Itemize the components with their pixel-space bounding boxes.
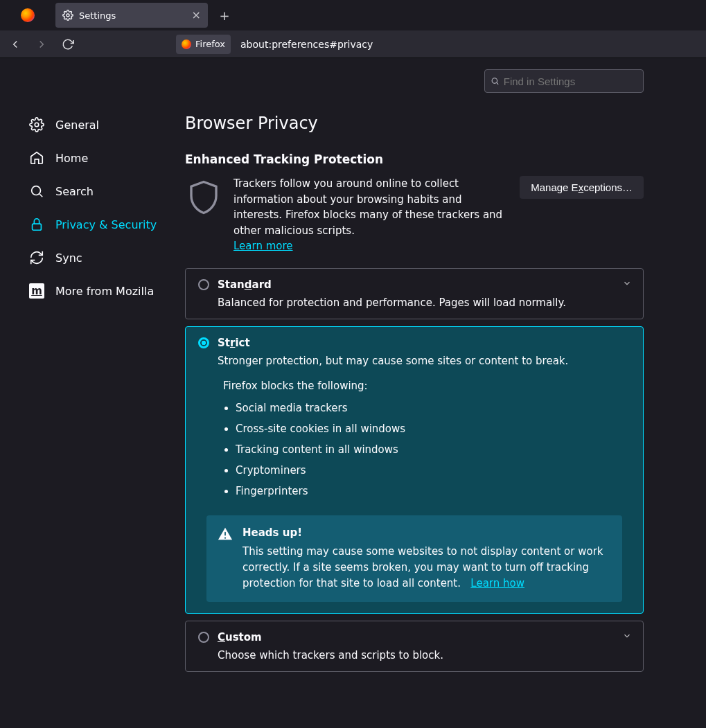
chevron-down-icon[interactable]: [622, 631, 632, 641]
sidebar: General Home Search Privacy & Security S…: [0, 58, 170, 728]
mozilla-icon: m: [29, 283, 44, 299]
radio-standard[interactable]: [198, 279, 209, 290]
option-title: Strict: [218, 337, 250, 349]
svg-point-0: [67, 14, 69, 17]
radio-custom[interactable]: [198, 632, 209, 643]
blocks-item: Fingerprinters: [236, 481, 630, 501]
sidebar-item-general[interactable]: General: [29, 108, 170, 141]
chevron-down-icon[interactable]: [622, 278, 632, 288]
shield-icon: [185, 179, 222, 216]
identity-badge[interactable]: Firefox: [176, 35, 231, 54]
sidebar-item-sync[interactable]: Sync: [29, 241, 170, 274]
tab-bar: Settings × +: [0, 0, 706, 30]
svg-rect-4: [33, 224, 42, 230]
svg-point-2: [35, 123, 39, 127]
manage-exceptions-button[interactable]: Manage Exceptions…: [520, 176, 644, 199]
option-desc: Balanced for protection and performance.…: [218, 296, 630, 309]
option-desc: Choose which trackers and scripts to blo…: [218, 649, 630, 662]
blocks-item: Social media trackers: [236, 398, 630, 418]
identity-label: Firefox: [195, 39, 225, 49]
sidebar-label: General: [55, 118, 99, 132]
sidebar-item-more-from-mozilla[interactable]: m More from Mozilla: [29, 274, 170, 308]
warning-icon: [218, 526, 233, 542]
blocks-item: Tracking content in all windows: [236, 439, 630, 460]
new-tab-button[interactable]: +: [213, 4, 236, 26]
learn-more-link[interactable]: Learn more: [233, 240, 293, 252]
blocks-list: Social media trackers Cross-site cookies…: [236, 398, 630, 501]
url-bar[interactable]: Firefox about:preferences#privacy: [176, 34, 373, 55]
etp-option-standard[interactable]: Standard Balanced for protection and per…: [185, 268, 644, 319]
lock-icon: [29, 217, 44, 232]
learn-how-link[interactable]: Learn how: [470, 577, 524, 589]
gear-icon: [62, 10, 73, 21]
toolbar: Firefox about:preferences#privacy: [0, 30, 706, 58]
browser-tab[interactable]: Settings ×: [55, 3, 208, 28]
sidebar-label: Privacy & Security: [55, 218, 157, 231]
search-icon: [29, 184, 44, 199]
back-button[interactable]: [7, 36, 24, 53]
sync-icon: [29, 250, 44, 265]
option-title: Custom: [218, 631, 262, 643]
search-input[interactable]: [504, 76, 637, 87]
blocks-item: Cross-site cookies in all windows: [236, 418, 630, 439]
headsup-text: This setting may cause some websites to …: [242, 545, 603, 590]
sidebar-item-privacy[interactable]: Privacy & Security: [29, 208, 170, 241]
page-title: Browser Privacy: [185, 114, 644, 133]
sidebar-label: Search: [55, 185, 94, 198]
sidebar-label: Home: [55, 152, 88, 165]
headsup-banner: Heads up! This setting may cause some we…: [206, 515, 622, 602]
sidebar-item-home[interactable]: Home: [29, 141, 170, 175]
home-icon: [29, 150, 44, 166]
svg-point-3: [32, 186, 41, 195]
url-text: about:preferences#privacy: [240, 39, 373, 50]
forward-button[interactable]: [33, 36, 50, 53]
search-icon: [491, 76, 500, 86]
etp-description: Trackers follow you around online to col…: [233, 176, 509, 238]
close-icon[interactable]: ×: [192, 10, 201, 21]
etp-option-strict[interactable]: Strict Stronger protection, but may caus…: [185, 326, 644, 614]
reload-button[interactable]: [60, 36, 76, 53]
gear-icon: [29, 117, 44, 132]
option-title: Standard: [218, 278, 272, 291]
etp-option-custom[interactable]: Custom Choose which trackers and scripts…: [185, 621, 644, 672]
main-content: Browser Privacy Enhanced Tracking Protec…: [170, 58, 706, 728]
sidebar-item-search[interactable]: Search: [29, 175, 170, 208]
section-heading: Enhanced Tracking Protection: [185, 152, 644, 166]
sidebar-label: More from Mozilla: [55, 285, 154, 298]
sidebar-label: Sync: [55, 251, 82, 265]
headsup-title: Heads up!: [242, 525, 611, 541]
firefox-mini-icon: [182, 39, 191, 49]
tab-title: Settings: [79, 10, 186, 21]
search-settings[interactable]: [484, 69, 644, 93]
option-desc: Stronger protection, but may cause some …: [218, 355, 630, 367]
radio-strict[interactable]: [198, 337, 209, 348]
blocks-heading: Firefox blocks the following:: [223, 380, 630, 392]
svg-point-1: [492, 78, 497, 83]
firefox-logo-icon: [6, 8, 50, 22]
blocks-item: Cryptominers: [236, 460, 630, 481]
